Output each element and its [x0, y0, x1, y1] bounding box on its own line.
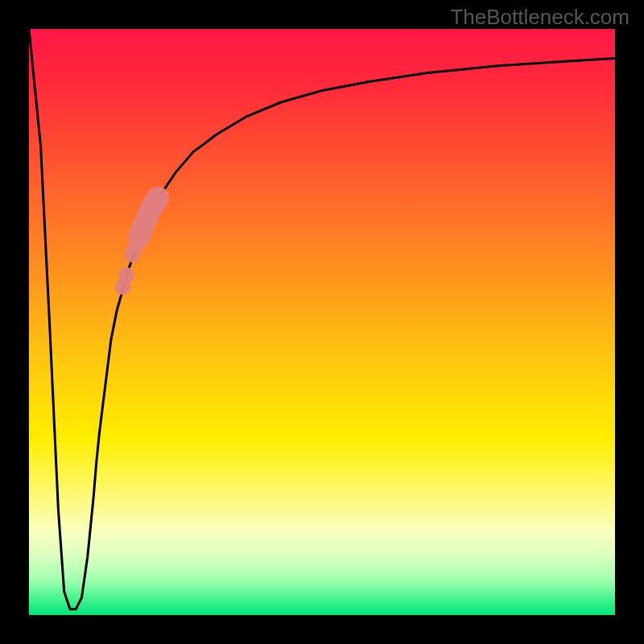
highlighted-point: [124, 246, 140, 262]
watermark-text: TheBottleneck.com: [450, 5, 630, 30]
highlighted-point: [114, 279, 130, 295]
chart-container: TheBottleneck.com: [0, 0, 644, 644]
highlighted-point: [147, 187, 169, 209]
bottleneck-chart: [0, 0, 644, 644]
plot-area: [29, 29, 615, 615]
